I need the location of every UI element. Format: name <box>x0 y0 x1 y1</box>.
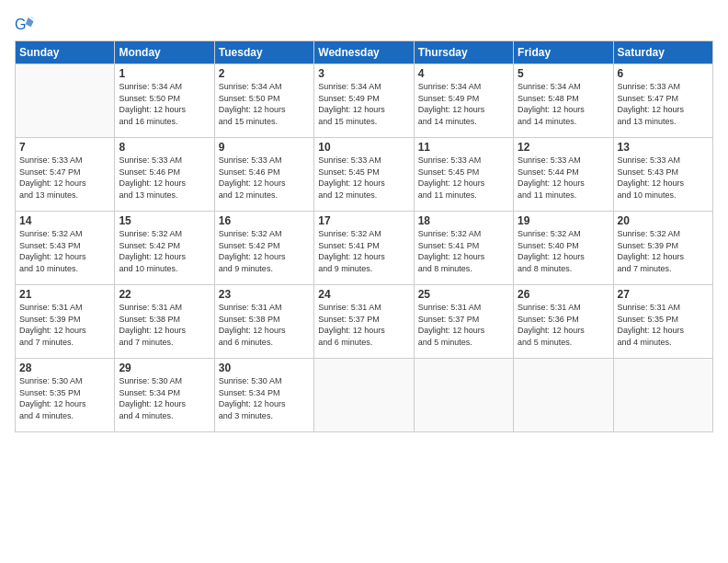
logo-icon: G <box>15 15 35 35</box>
header-cell-tuesday: Tuesday <box>214 41 313 64</box>
day-number: 1 <box>119 67 210 80</box>
calendar-cell: 6Sunrise: 5:33 AM Sunset: 5:47 PM Daylig… <box>613 64 712 138</box>
calendar-cell: 15Sunrise: 5:32 AM Sunset: 5:42 PM Dayli… <box>115 212 214 285</box>
header-cell-sunday: Sunday <box>16 41 115 64</box>
calendar-cell: 14Sunrise: 5:32 AM Sunset: 5:43 PM Dayli… <box>16 212 115 285</box>
day-number: 2 <box>219 67 310 80</box>
calendar-cell: 23Sunrise: 5:31 AM Sunset: 5:38 PM Dayli… <box>214 285 313 359</box>
week-row: 21Sunrise: 5:31 AM Sunset: 5:39 PM Dayli… <box>16 285 713 359</box>
day-number: 6 <box>618 67 709 80</box>
page: G SundayMondayTuesdayWednesdayThursdayFr… <box>0 0 728 563</box>
day-info: Sunrise: 5:34 AM Sunset: 5:49 PM Dayligh… <box>318 81 409 127</box>
day-number: 5 <box>518 67 609 80</box>
calendar-cell: 19Sunrise: 5:32 AM Sunset: 5:40 PM Dayli… <box>514 212 613 285</box>
day-number: 8 <box>119 141 210 154</box>
day-info: Sunrise: 5:32 AM Sunset: 5:41 PM Dayligh… <box>318 228 409 274</box>
calendar-cell: 5Sunrise: 5:34 AM Sunset: 5:48 PM Daylig… <box>514 64 613 138</box>
day-info: Sunrise: 5:34 AM Sunset: 5:50 PM Dayligh… <box>119 81 210 127</box>
calendar-cell <box>414 359 513 432</box>
header: G <box>15 11 713 35</box>
header-cell-thursday: Thursday <box>414 41 513 64</box>
day-number: 17 <box>318 214 409 227</box>
calendar-cell: 18Sunrise: 5:32 AM Sunset: 5:41 PM Dayli… <box>414 212 513 285</box>
day-info: Sunrise: 5:33 AM Sunset: 5:46 PM Dayligh… <box>119 155 210 201</box>
calendar-cell: 3Sunrise: 5:34 AM Sunset: 5:49 PM Daylig… <box>314 64 414 138</box>
day-info: Sunrise: 5:31 AM Sunset: 5:39 PM Dayligh… <box>19 302 110 348</box>
day-number: 4 <box>418 67 509 80</box>
day-number: 12 <box>518 141 609 154</box>
day-info: Sunrise: 5:33 AM Sunset: 5:44 PM Dayligh… <box>518 155 609 201</box>
calendar-cell: 4Sunrise: 5:34 AM Sunset: 5:49 PM Daylig… <box>414 64 513 138</box>
day-info: Sunrise: 5:31 AM Sunset: 5:37 PM Dayligh… <box>318 302 409 348</box>
calendar-cell: 12Sunrise: 5:33 AM Sunset: 5:44 PM Dayli… <box>514 138 613 212</box>
calendar-cell: 29Sunrise: 5:30 AM Sunset: 5:34 PM Dayli… <box>115 359 214 432</box>
day-number: 11 <box>418 141 509 154</box>
day-info: Sunrise: 5:34 AM Sunset: 5:48 PM Dayligh… <box>518 81 609 127</box>
day-info: Sunrise: 5:34 AM Sunset: 5:49 PM Dayligh… <box>418 81 509 127</box>
day-number: 23 <box>219 288 310 301</box>
day-number: 25 <box>418 288 509 301</box>
week-row: 28Sunrise: 5:30 AM Sunset: 5:35 PM Dayli… <box>16 359 713 432</box>
week-row: 7Sunrise: 5:33 AM Sunset: 5:47 PM Daylig… <box>16 138 713 212</box>
calendar-cell: 9Sunrise: 5:33 AM Sunset: 5:46 PM Daylig… <box>214 138 313 212</box>
day-number: 7 <box>19 141 110 154</box>
day-number: 10 <box>318 141 409 154</box>
calendar-cell: 25Sunrise: 5:31 AM Sunset: 5:37 PM Dayli… <box>414 285 513 359</box>
calendar-cell: 10Sunrise: 5:33 AM Sunset: 5:45 PM Dayli… <box>314 138 414 212</box>
day-info: Sunrise: 5:33 AM Sunset: 5:47 PM Dayligh… <box>618 81 709 127</box>
logo: G <box>15 15 37 35</box>
day-number: 27 <box>618 288 709 301</box>
day-info: Sunrise: 5:31 AM Sunset: 5:38 PM Dayligh… <box>119 302 210 348</box>
calendar-cell <box>16 64 115 138</box>
calendar-cell: 8Sunrise: 5:33 AM Sunset: 5:46 PM Daylig… <box>115 138 214 212</box>
svg-text:G: G <box>15 16 27 32</box>
calendar-cell: 26Sunrise: 5:31 AM Sunset: 5:36 PM Dayli… <box>514 285 613 359</box>
day-number: 21 <box>19 288 110 301</box>
day-number: 16 <box>219 214 310 227</box>
week-row: 14Sunrise: 5:32 AM Sunset: 5:43 PM Dayli… <box>16 212 713 285</box>
day-info: Sunrise: 5:33 AM Sunset: 5:46 PM Dayligh… <box>219 155 310 201</box>
day-number: 24 <box>318 288 409 301</box>
day-number: 18 <box>418 214 509 227</box>
calendar: SundayMondayTuesdayWednesdayThursdayFrid… <box>15 40 713 432</box>
day-number: 3 <box>318 67 409 80</box>
calendar-body: 1Sunrise: 5:34 AM Sunset: 5:50 PM Daylig… <box>16 64 713 432</box>
day-number: 14 <box>19 214 110 227</box>
day-number: 30 <box>219 362 310 374</box>
day-info: Sunrise: 5:32 AM Sunset: 5:42 PM Dayligh… <box>219 228 310 274</box>
day-number: 19 <box>518 214 609 227</box>
calendar-cell <box>514 359 613 432</box>
header-cell-wednesday: Wednesday <box>314 41 414 64</box>
day-info: Sunrise: 5:30 AM Sunset: 5:34 PM Dayligh… <box>119 375 210 421</box>
day-info: Sunrise: 5:33 AM Sunset: 5:47 PM Dayligh… <box>19 155 110 201</box>
day-info: Sunrise: 5:33 AM Sunset: 5:45 PM Dayligh… <box>418 155 509 201</box>
calendar-cell: 21Sunrise: 5:31 AM Sunset: 5:39 PM Dayli… <box>16 285 115 359</box>
day-number: 15 <box>119 214 210 227</box>
calendar-cell: 22Sunrise: 5:31 AM Sunset: 5:38 PM Dayli… <box>115 285 214 359</box>
calendar-cell: 20Sunrise: 5:32 AM Sunset: 5:39 PM Dayli… <box>613 212 712 285</box>
day-number: 22 <box>119 288 210 301</box>
calendar-cell: 1Sunrise: 5:34 AM Sunset: 5:50 PM Daylig… <box>115 64 214 138</box>
svg-marker-1 <box>26 17 34 27</box>
calendar-header: SundayMondayTuesdayWednesdayThursdayFrid… <box>16 41 713 64</box>
day-info: Sunrise: 5:32 AM Sunset: 5:43 PM Dayligh… <box>19 228 110 274</box>
calendar-cell: 13Sunrise: 5:33 AM Sunset: 5:43 PM Dayli… <box>613 138 712 212</box>
day-number: 28 <box>19 362 110 374</box>
calendar-cell: 30Sunrise: 5:30 AM Sunset: 5:34 PM Dayli… <box>214 359 313 432</box>
day-info: Sunrise: 5:31 AM Sunset: 5:36 PM Dayligh… <box>518 302 609 348</box>
header-cell-friday: Friday <box>514 41 613 64</box>
day-info: Sunrise: 5:31 AM Sunset: 5:38 PM Dayligh… <box>219 302 310 348</box>
calendar-cell: 11Sunrise: 5:33 AM Sunset: 5:45 PM Dayli… <box>414 138 513 212</box>
calendar-cell: 24Sunrise: 5:31 AM Sunset: 5:37 PM Dayli… <box>314 285 414 359</box>
header-row: SundayMondayTuesdayWednesdayThursdayFrid… <box>16 41 713 64</box>
day-info: Sunrise: 5:30 AM Sunset: 5:35 PM Dayligh… <box>19 375 110 421</box>
day-info: Sunrise: 5:31 AM Sunset: 5:35 PM Dayligh… <box>618 302 709 348</box>
day-info: Sunrise: 5:32 AM Sunset: 5:41 PM Dayligh… <box>418 228 509 274</box>
day-info: Sunrise: 5:34 AM Sunset: 5:50 PM Dayligh… <box>219 81 310 127</box>
header-cell-saturday: Saturday <box>613 41 712 64</box>
day-info: Sunrise: 5:30 AM Sunset: 5:34 PM Dayligh… <box>219 375 310 421</box>
week-row: 1Sunrise: 5:34 AM Sunset: 5:50 PM Daylig… <box>16 64 713 138</box>
calendar-cell <box>314 359 414 432</box>
day-number: 29 <box>119 362 210 374</box>
calendar-cell: 2Sunrise: 5:34 AM Sunset: 5:50 PM Daylig… <box>214 64 313 138</box>
